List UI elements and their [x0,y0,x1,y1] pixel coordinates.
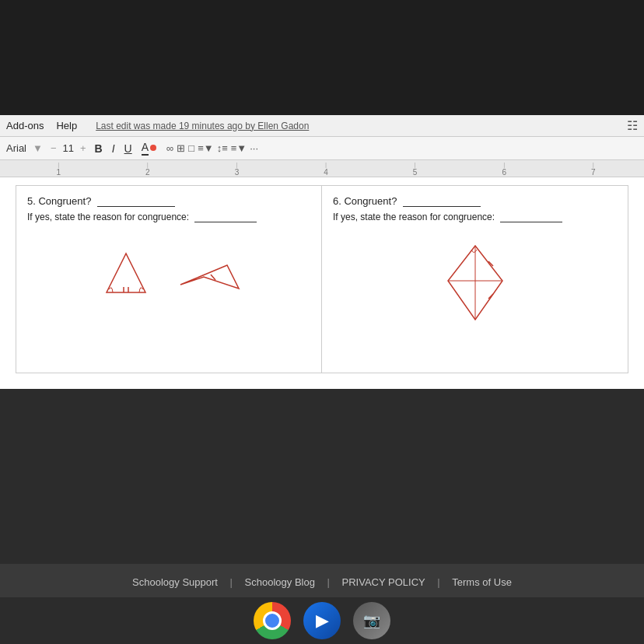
underline-button[interactable]: U [122,142,135,156]
font-color-indicator [150,145,156,151]
footer-sep-1: | [227,576,236,588]
last-edit-text: Last edit was made 19 minutes ago by Ell… [96,121,309,131]
ruler-mark-4: 4 [282,161,371,177]
question-5-reason-line[interactable] [194,222,257,222]
link-icon[interactable]: ∞ [166,142,173,154]
toolbar-separator-1: − [51,142,57,154]
footer-sep-3: | [435,576,443,588]
question-6-if-yes: If yes, state the reason for congruence: [333,212,617,222]
triangle-5a [91,238,161,300]
ruler-mark-5: 5 [370,161,460,177]
schoology-blog-link[interactable]: Schoology Blog [236,576,324,588]
font-selector[interactable]: Arial [6,142,26,154]
play-dock-icon[interactable]: ▶ [303,602,341,639]
triangle-5b [177,238,247,300]
svg-marker-3 [180,265,239,289]
toolbar-extra-icons: ∞ ⊞ □ ≡▼ ↕≡ ≡▼ ··· [166,142,258,154]
line-spacing-icon[interactable]: ↕≡ [217,142,228,154]
table-icon[interactable]: □ [188,142,194,154]
bold-button[interactable]: B [93,142,105,156]
image-icon[interactable]: ⊞ [177,142,185,154]
footer: Schoology Support | Schoology Blog | PRI… [0,564,644,597]
question-cell-6: 6. Congruent? If yes, state the reason f… [322,186,628,373]
dock-area: ▶ 📷 [0,597,644,644]
more-icon[interactable]: ··· [250,142,258,154]
addons-menu[interactable]: Add-ons [6,120,44,131]
kite-shape-6 [429,238,522,331]
question-5-label: 5. Congruent? [27,195,310,207]
italic-button[interactable]: I [110,142,117,156]
font-color-button[interactable]: A [139,140,159,156]
ruler-mark-3: 3 [192,161,282,177]
terms-of-use-link[interactable]: Terms of Use [443,576,521,588]
ruler-mark-2: 2 [103,161,193,177]
svg-marker-0 [107,254,145,292]
question-cell-5: 5. Congruent? If yes, state the reason f… [16,186,322,373]
privacy-policy-link[interactable]: PRIVACY POLICY [333,576,435,588]
shapes-area-6 [333,238,617,331]
ruler: 1 2 3 4 5 6 7 [0,160,644,177]
align-dropdown[interactable]: ≡▼ [198,142,213,154]
ruler-mark-7: 7 [548,161,638,177]
toolbar: Arial ▼ − 11 + B I U A ∞ ⊞ □ ≡▼ ↕≡ ≡▼ ··… [0,137,644,160]
menu-bar: Add-ons Help Last edit was made 19 minut… [0,115,644,137]
questions-grid: 5. Congruent? If yes, state the reason f… [16,185,628,373]
camera-dock-icon[interactable]: 📷 [353,602,390,639]
document-icon: ☷ [627,118,638,133]
font-size[interactable]: 11 [62,142,73,154]
footer-sep-2: | [324,576,333,588]
question-6-reason-line[interactable] [500,222,562,222]
question-6-answer-line[interactable] [403,206,481,207]
schoology-support-link[interactable]: Schoology Support [123,576,227,588]
ruler-mark-1: 1 [14,161,103,177]
toolbar-plus[interactable]: + [80,142,86,154]
help-menu[interactable]: Help [56,120,77,131]
ruler-mark-6: 6 [460,161,549,177]
chrome-dock-icon[interactable] [254,602,291,639]
font-dropdown-icon[interactable]: ▼ [33,142,43,154]
ruler-marks: 1 2 3 4 5 6 7 [6,161,638,177]
question-5-answer-line[interactable] [97,206,175,207]
question-5-if-yes: If yes, state the reason for congruence: [27,212,310,222]
question-6-label: 6. Congruent? [333,195,617,207]
doc-content: 5. Congruent? If yes, state the reason f… [0,177,644,389]
top-dark-area [0,0,644,115]
list-icon[interactable]: ≡▼ [231,142,247,154]
shapes-area-5 [27,238,310,300]
footer-links: Schoology Support | Schoology Blog | PRI… [0,576,644,588]
